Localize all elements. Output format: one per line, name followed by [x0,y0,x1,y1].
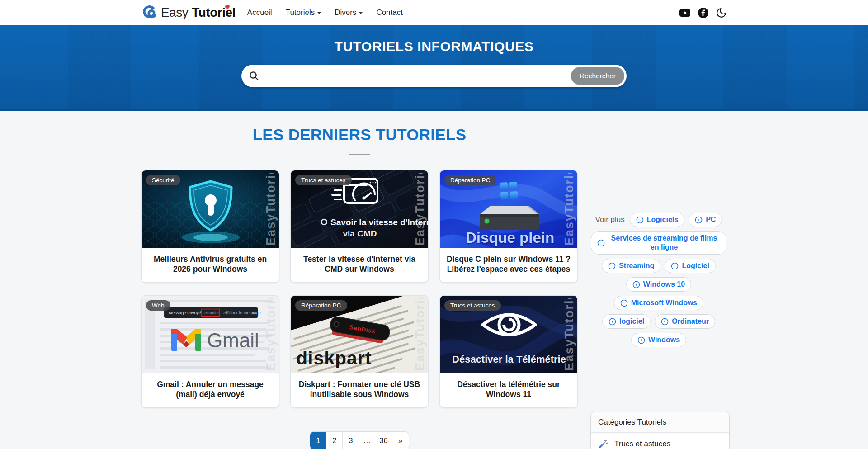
moon-dark-mode-icon[interactable] [716,7,727,19]
nav-link-label: Contact [376,8,403,17]
site-logo[interactable]: EasyTutoriel [141,5,236,21]
facebook-icon[interactable] [698,7,709,19]
sidebar: Voir plus Logiciels PC Services de strea… [590,111,727,449]
nav-link-contact[interactable]: Contact [376,8,403,17]
category-badge: Réparation PC [295,300,347,311]
nav-social-icons [679,7,727,19]
hero-section: TUTORIELS INFORMATIQUES Rechercher [0,25,868,111]
image-watermark: EasyTutoriel [264,298,278,371]
card-telemetrie[interactable]: Trucs et astuces [439,295,578,408]
youtube-icon[interactable] [679,7,691,19]
svg-text:Afficher le message: Afficher le message [223,310,261,315]
nav-link-label: Divers [335,8,356,17]
card-title: Diskpart : Formater une clé USB inutilis… [296,379,423,400]
logo-text-easy: Easy [161,5,188,20]
tag-label: Ordinateur [672,317,709,326]
card-title: Meilleurs Antivirus gratuits en 2026 pou… [147,254,274,274]
card-thumbnail: Web [142,296,279,373]
plus-circle-icon [695,216,703,224]
page-3[interactable]: 3 [343,432,359,449]
card-body: Meilleurs Antivirus gratuits en 2026 pou… [142,248,279,282]
image-watermark: EasyTutoriel [413,298,427,371]
tag-label: Windows 10 [643,280,685,289]
nav-link-label: Accueil [247,8,272,17]
category-item-label: Trucs et astuces [614,440,670,449]
category-badge: Trucs et astuces [444,300,501,311]
plus-circle-icon [620,299,628,307]
plus-circle-icon [661,318,669,326]
plus-circle-icon [597,239,605,247]
cards-grid: Sécurité [141,170,578,408]
card-thumbnail: Réparation PC [291,296,428,373]
tag-streaming[interactable]: Streaming [602,259,660,273]
tag-windows[interactable]: Windows [631,333,686,347]
navbar-inner: EasyTutoriel Accueil Tutoriels Divers Co… [141,5,727,21]
tag-label: Microsoft Windows [631,298,698,307]
page-next[interactable]: » [392,432,409,449]
tag-logiciel-lowercase[interactable]: logiciel [602,314,651,329]
plus-circle-icon [609,318,616,326]
card-title: Gmail : Annuler un message (mail) déjà e… [147,379,274,400]
card-title: Disque C plein sur Windows 11 ? Libérez … [445,254,572,274]
page-36[interactable]: 36 [375,432,392,449]
image-watermark: EasyTutoriel [413,173,427,246]
card-vitesse-internet[interactable]: Trucs et astuces [290,170,429,283]
articles-column: LES DERNIERS TUTORIELS Sécurité [141,111,578,449]
card-diskpart[interactable]: Réparation PC [290,295,429,408]
tag-streaming-services[interactable]: Services de streaming de films en ligne [591,231,726,255]
chevron-down-icon [359,12,363,16]
nav-link-accueil[interactable]: Accueil [247,8,272,17]
tag-microsoft-windows[interactable]: Microsoft Windows [614,296,704,310]
card-body: Désactiver la télémétrie sur Windows 11 [440,373,577,407]
tag-label: Streaming [619,261,654,270]
chevron-down-icon [317,12,321,16]
svg-text:Annuler: Annuler [204,310,219,315]
category-badge: Réparation PC [444,175,496,185]
hero-title: TUTORIELS INFORMATIQUES [334,39,533,54]
plus-circle-icon [636,216,644,224]
nav-link-tutoriels[interactable]: Tutoriels [286,8,321,17]
card-thumbnail: Réparation PC [440,170,577,248]
card-title: Désactiver la télémétrie sur Windows 11 [445,379,572,400]
search-bar: Rechercher [241,65,627,87]
tag-label: Windows [648,336,680,345]
card-body: Gmail : Annuler un message (mail) déjà e… [142,373,279,407]
category-item-trucs-et-astuces[interactable]: Trucs et astuces [591,433,729,449]
search-button[interactable]: Rechercher [571,67,624,85]
image-watermark: EasyTutoriel [264,173,278,246]
logo-icon [141,5,157,21]
tag-pc[interactable]: PC [689,213,722,227]
tag-windows-10[interactable]: Windows 10 [626,277,691,292]
category-badge: Sécurité [146,175,180,185]
plus-circle-icon [637,336,645,344]
magic-wand-icon [598,439,609,449]
card-gmail[interactable]: Web [141,295,279,408]
plus-circle-icon [632,281,640,288]
card-thumbnail: Sécurité [142,170,279,248]
svg-text:via CMD: via CMD [343,229,377,238]
section-heading: LES DERNIERS TUTORIELS [141,126,578,144]
category-badge: Trucs et astuces [295,175,352,185]
tag-label: logiciel [619,317,644,326]
tag-logiciels[interactable]: Logiciels [630,213,684,227]
search-input[interactable] [263,67,571,85]
svg-text:Désactiver la Télémétrie: Désactiver la Télémétrie [452,354,566,365]
tag-ordinateur[interactable]: Ordinateur [655,314,715,329]
tag-logiciel[interactable]: Logiciel [665,259,715,273]
category-badge: Web [146,300,170,311]
card-body: Diskpart : Formater une clé USB inutilis… [291,373,428,407]
card-antivirus[interactable]: Sécurité [141,170,279,283]
navbar: EasyTutoriel Accueil Tutoriels Divers Co… [0,0,868,25]
svg-text:Gmail: Gmail [207,329,259,351]
svg-text:Disque plein: Disque plein [466,229,554,246]
page-2[interactable]: 2 [326,432,343,449]
page-1[interactable]: 1 [310,432,326,449]
card-disque-plein[interactable]: Réparation PC [439,170,578,283]
nav-link-divers[interactable]: Divers [335,8,363,17]
tag-label: Logiciel [682,261,709,270]
plus-circle-icon [671,262,679,270]
categories-panel: Catégories Tutoriels Trucs et astuces [590,412,730,449]
image-watermark: EasyTutoriel [562,173,576,246]
svg-text:diskpart: diskpart [296,348,372,369]
page-ellipsis: … [359,432,375,449]
